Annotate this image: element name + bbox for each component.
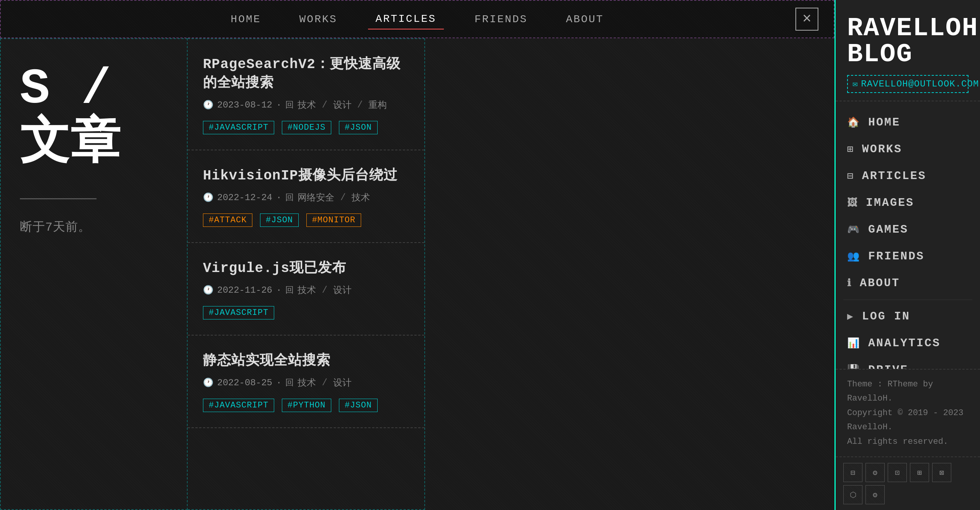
email-text: RAVELLOH@OUTLOOK.COM — [861, 79, 979, 89]
sidebar-item-label: ARTICLES — [862, 169, 926, 182]
nav-works[interactable]: WORKS — [292, 10, 345, 29]
sidebar-item-login[interactable]: ▶ LOG IN — [836, 303, 980, 330]
article-date: 2022-12-24 — [217, 192, 272, 203]
footer-line1: Theme : RTheme by RavelloH. — [847, 377, 969, 406]
login-icon: ▶ — [847, 310, 854, 323]
cat2: 设计 — [333, 284, 352, 296]
footer-line3: All rights reserved. — [847, 435, 969, 449]
article-item[interactable]: Virgule.js现已发布 🕐 2022-11-26 · 回 技术 / 设计 … — [188, 243, 424, 336]
tag[interactable]: #JAVASCRIPT — [203, 399, 274, 412]
sidebar-footer: Theme : RTheme by RavelloH. Copyright © … — [836, 369, 980, 456]
sidebar-item-works[interactable]: ⊞ WORKS — [836, 136, 980, 163]
article-date: 2022-11-26 — [217, 285, 272, 295]
footer-line2: Copyright © 2019 - 2023 RavelloH. — [847, 406, 969, 435]
top-nav: HOME WORKS ARTICLES FRIENDS ABOUT × — [0, 0, 834, 38]
sidebar-item-drive[interactable]: 💾 DRIVE — [836, 357, 980, 369]
cat2: 设计 — [333, 99, 352, 111]
article-meta: 🕐 2022-12-24 · 回 网络安全 / 技术 — [203, 191, 409, 204]
sidebar-item-articles[interactable]: ⊟ ARTICLES — [836, 163, 980, 189]
bottom-icon-btn-5[interactable]: ⊠ — [932, 463, 951, 482]
article-tags: #JAVASCRIPT #NODEJS #JSON — [203, 118, 409, 134]
sidebar-item-label: DRIVE — [868, 363, 908, 369]
tag[interactable]: #PYTHON — [282, 399, 331, 412]
article-meta: 🕐 2022-08-25 · 回 技术 / 设计 — [203, 376, 409, 389]
tag[interactable]: #MONITOR — [306, 213, 362, 227]
book-icon: 回 — [285, 284, 294, 296]
nav-friends[interactable]: FRIENDS — [467, 10, 535, 29]
tag[interactable]: #JSON — [339, 121, 378, 134]
dot-sep: · — [276, 378, 281, 388]
clock-icon: 🕐 — [203, 100, 213, 110]
sidebar-item-images[interactable]: 🖼 IMAGES — [836, 189, 980, 216]
tag[interactable]: #JSON — [260, 213, 299, 227]
blog-email[interactable]: ✉ RAVELLOH@OUTLOOK.COM — [847, 75, 969, 93]
main-area: HOME WORKS ARTICLES FRIENDS ABOUT × S / … — [0, 0, 834, 510]
article-meta: 🕐 2023-08-12 · 回 技术 / 设计 / 重构 — [203, 99, 409, 111]
divider — [20, 198, 97, 199]
book-icon: 回 — [285, 377, 294, 388]
update-text: 断于7天前。 — [20, 218, 168, 235]
bottom-icon-btn-4[interactable]: ⊞ — [910, 463, 929, 482]
article-meta: 🕐 2022-11-26 · 回 技术 / 设计 — [203, 284, 409, 296]
article-date: 2022-08-25 — [217, 378, 272, 388]
nav-links: HOME WORKS ARTICLES FRIENDS ABOUT — [223, 9, 611, 29]
tag[interactable]: #JSON — [339, 399, 378, 412]
article-date: 2023-08-12 — [217, 100, 272, 110]
sidebar-item-friends[interactable]: 👥 FRIENDS — [836, 243, 980, 270]
bottom-icon-btn-7[interactable]: ⚙ — [865, 485, 885, 504]
sidebar-item-label: LOG IN — [862, 310, 910, 323]
sidebar-divider — [843, 300, 972, 300]
sidebar-item-label: FRIENDS — [868, 250, 924, 263]
cat1: 技术 — [298, 99, 316, 111]
bottom-icon-btn-2[interactable]: ⚙ — [865, 463, 885, 482]
sidebar-item-label: ANALYTICS — [868, 337, 941, 350]
cat2: 技术 — [352, 191, 370, 204]
article-item[interactable]: HikvisionIP摄像头后台绕过 🕐 2022-12-24 · 回 网络安全… — [188, 150, 424, 243]
clock-icon: 🕐 — [203, 285, 213, 295]
dot-sep: · — [276, 285, 281, 295]
book-icon: 回 — [285, 99, 294, 111]
article-item[interactable]: 静态站实现全站搜索 🕐 2022-08-25 · 回 技术 / 设计 #JAVA… — [188, 336, 424, 428]
sidebar-item-analytics[interactable]: 📊 ANALYTICS — [836, 330, 980, 357]
tag[interactable]: #ATTACK — [203, 213, 252, 227]
article-title: Virgule.js现已发布 — [203, 258, 409, 277]
tag[interactable]: #JAVASCRIPT — [203, 121, 274, 134]
nav-articles[interactable]: ARTICLES — [368, 9, 444, 29]
tag[interactable]: #JAVASCRIPT — [203, 306, 274, 319]
sidebar-item-games[interactable]: 🎮 GAMES — [836, 216, 980, 243]
games-icon: 🎮 — [847, 223, 861, 236]
sidebar-item-label: WORKS — [862, 143, 902, 156]
article-list: RPageSearchV2：更快速高级的全站搜索 🕐 2023-08-12 · … — [188, 38, 425, 510]
right-sidebar: RAVELLOH'S BLOG ✉ RAVELLOH@OUTLOOK.COM 🏠… — [834, 0, 980, 510]
analytics-icon: 📊 — [847, 337, 861, 349]
cat2: 设计 — [333, 376, 352, 389]
left-column: S / 文章 断于7天前。 — [0, 38, 188, 510]
sidebar-item-home[interactable]: 🏠 HOME — [836, 109, 980, 136]
article-tags: #JAVASCRIPT #PYTHON #JSON — [203, 396, 409, 412]
cat1: 技术 — [298, 376, 316, 389]
sidebar-item-label: IMAGES — [866, 196, 914, 209]
clock-icon: 🕐 — [203, 192, 213, 203]
nav-close-button[interactable]: × — [795, 8, 818, 31]
images-icon: 🖼 — [847, 197, 858, 209]
nav-about[interactable]: ABOUT — [558, 10, 612, 29]
works-icon: ⊞ — [847, 143, 854, 155]
nav-home[interactable]: HOME — [223, 10, 268, 29]
cat1: 网络安全 — [298, 191, 334, 204]
articles-icon: ⊟ — [847, 170, 854, 182]
sidebar-item-label: GAMES — [868, 223, 908, 236]
bottom-icon-btn-6[interactable]: ⬡ — [843, 485, 862, 504]
dot-sep: · — [276, 100, 281, 110]
friends-icon: 👥 — [847, 250, 861, 262]
article-title: HikvisionIP摄像头后台绕过 — [203, 166, 409, 184]
bottom-icon-btn-3[interactable]: ⊡ — [888, 463, 907, 482]
tag[interactable]: #NODEJS — [282, 121, 331, 134]
article-tags: #ATTACK #JSON #MONITOR — [203, 210, 409, 227]
sidebar-item-label: HOME — [868, 116, 900, 129]
drive-icon: 💾 — [847, 364, 861, 369]
bottom-icon-btn-1[interactable]: ⊟ — [843, 463, 862, 482]
blog-title: RAVELLOH'S BLOG — [847, 15, 969, 67]
sidebar-item-about[interactable]: ℹ ABOUT — [836, 270, 980, 297]
book-icon: 回 — [285, 192, 294, 203]
article-item[interactable]: RPageSearchV2：更快速高级的全站搜索 🕐 2023-08-12 · … — [188, 39, 424, 150]
